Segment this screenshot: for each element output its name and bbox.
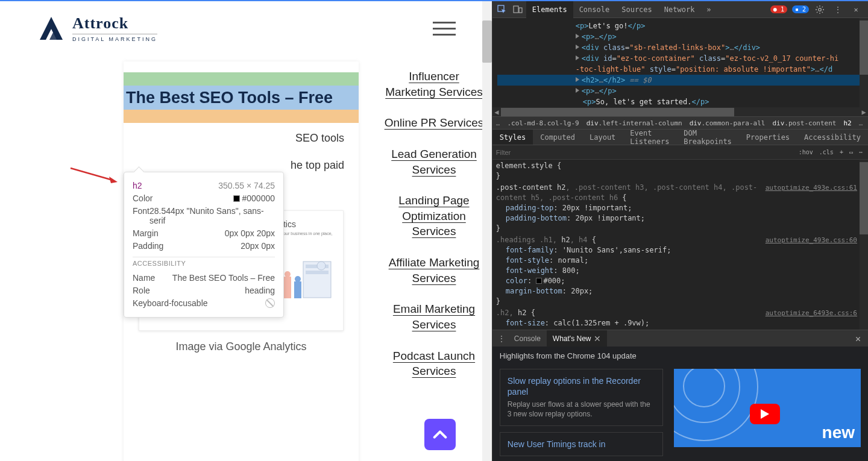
whatsnew-desc: Replay user flows at a slower speed with…	[508, 400, 655, 419]
dom-vscrollbar[interactable]	[860, 18, 868, 107]
sidebar-link-pr[interactable]: Online PR Services	[383, 115, 485, 131]
svg-rect-4	[306, 271, 329, 274]
svg-point-8	[285, 271, 291, 277]
styles-scrollbar[interactable]	[860, 160, 868, 330]
crumb-post[interactable]: div.post-content	[772, 119, 836, 127]
crumb-h2[interactable]: h2	[843, 119, 851, 127]
rule-source-link[interactable]: autoptimize_493e.css:60	[766, 235, 868, 245]
new-style-icon[interactable]: +	[838, 149, 845, 155]
svg-rect-12	[519, 8, 522, 13]
inspected-heading: The Best SEO Tools – Free	[124, 72, 359, 123]
annotation-arrow-icon	[69, 167, 118, 185]
more-vert-icon[interactable]: ⋮	[831, 2, 845, 17]
inspect-icon[interactable]	[495, 2, 509, 17]
svg-point-13	[819, 8, 822, 11]
hov-toggle[interactable]: :hov	[797, 149, 815, 155]
svg-rect-6	[284, 277, 291, 298]
svg-point-9	[295, 276, 301, 282]
tab-sources[interactable]: Sources	[615, 1, 658, 18]
styles-filter-row: :hov .cls + ▭ ⋯	[492, 145, 868, 160]
sidebar-link-email[interactable]: Email Marketing Services	[383, 301, 485, 332]
drawer-tab-console[interactable]: Console	[508, 330, 547, 347]
error-badge[interactable]: ● 1	[770, 5, 787, 13]
tab-elements[interactable]: Elements	[526, 1, 573, 18]
page-scrollbar[interactable]	[482, 1, 492, 461]
rule-source-link[interactable]: autoptimize_6493e.css:6	[766, 308, 868, 318]
drawer-tab-whatsnew[interactable]: What's New✕	[547, 330, 607, 347]
st-computed[interactable]: Computed	[533, 130, 582, 145]
hamburger-menu-icon[interactable]	[433, 22, 456, 36]
st-props[interactable]: Properties	[739, 130, 797, 145]
styles-pane[interactable]: element.style {} autoptimize_493e.css:61…	[492, 160, 868, 330]
drawer-more-icon[interactable]: ⋮	[495, 334, 508, 343]
device-toggle-icon[interactable]	[511, 2, 525, 17]
tooltip-tag: h2	[133, 181, 142, 190]
services-sidebar: Influencer Marketing Services Online PR …	[359, 61, 485, 458]
sidebar-link-podcast[interactable]: Podcast Launch Services	[383, 348, 485, 379]
drawer-tabs: ⋮ Console What's New✕ ✕	[492, 330, 868, 347]
crumb-col[interactable]: .col-md-8.col-lg-9	[507, 119, 579, 127]
svg-marker-1	[109, 177, 118, 183]
dom-tree[interactable]: <p>Let's go!</p> <p>…</p> <div class="sb…	[492, 18, 868, 107]
chrome-devtools: Elements Console Sources Network » ● 1 ▪…	[492, 1, 868, 461]
article-h2: The Best SEO Tools – Free	[126, 89, 333, 107]
whatsnew-card[interactable]: Slow replay options in the Recorder pane…	[500, 369, 663, 426]
sidebar-link-landing[interactable]: Landing Page Optimization Services	[383, 193, 485, 239]
settings-gear-icon[interactable]	[813, 2, 827, 17]
crumb-para[interactable]: div.common-para-all	[690, 119, 766, 127]
devtools-toolbar: Elements Console Sources Network » ● 1 ▪…	[492, 1, 868, 18]
tooltip-dimensions: 350.55 × 74.25	[218, 181, 275, 190]
chevron-up-icon	[432, 426, 448, 443]
scroll-to-top-button[interactable]	[424, 419, 456, 450]
not-focusable-icon	[265, 298, 275, 308]
dom-hscrollbar[interactable]: ◀▶	[492, 107, 868, 116]
brand-name: Attrock	[72, 14, 157, 33]
tabs-overflow-icon[interactable]: »	[700, 1, 717, 18]
brand-logo[interactable]: Attrock DIGITAL MARKETING	[36, 13, 157, 43]
tab-console[interactable]: Console	[573, 1, 616, 18]
whats-new-panel: Highlights from the Chrome 104 update Sl…	[492, 347, 868, 461]
svg-point-5	[317, 262, 326, 270]
st-a11y[interactable]: Accessibility	[797, 130, 868, 145]
logo-icon	[36, 13, 66, 43]
whatsnew-heading: Highlights from the Chrome 104 update	[500, 351, 861, 360]
color-swatch-icon	[233, 195, 240, 202]
rule-source-link[interactable]: autoptimize_493e.css:61	[766, 183, 868, 193]
play-icon[interactable]	[750, 404, 780, 424]
whatsnew-video[interactable]: new	[674, 369, 861, 447]
st-layout[interactable]: Layout	[582, 130, 623, 145]
whatsnew-card[interactable]: New User Timings track in	[500, 432, 663, 456]
article-text: SEO tools he top paid	[124, 123, 359, 174]
element-inspector-tooltip: h2350.55 × 74.25 Color#000000 Font28.544…	[124, 172, 284, 318]
styles-more-icon[interactable]: ⋯	[857, 149, 864, 155]
close-devtools-icon[interactable]: ✕	[849, 2, 863, 17]
image-caption: Image via Google Analytics	[124, 340, 359, 353]
st-events[interactable]: Event Listeners	[623, 130, 676, 145]
styles-tabs: Styles Computed Layout Event Listeners D…	[492, 130, 868, 145]
crumb-left[interactable]: div.left-internal-column	[587, 119, 682, 127]
svg-line-0	[71, 168, 113, 180]
st-dom-bp[interactable]: DOM Breakpoints	[676, 130, 738, 145]
drawer-close-icon[interactable]: ✕	[851, 333, 866, 344]
sidebar-link-leadgen[interactable]: Lead Generation Services	[383, 146, 485, 177]
tab-network[interactable]: Network	[658, 1, 701, 18]
sidebar-link-influencer[interactable]: Influencer Marketing Services	[383, 69, 485, 99]
page-header: Attrock DIGITAL MARKETING	[0, 1, 492, 55]
styles-filter-input[interactable]	[496, 149, 794, 156]
st-styles[interactable]: Styles	[492, 130, 533, 145]
dom-breadcrumbs[interactable]: … .col-md-8.col-lg-9 div.left-internal-c…	[492, 116, 868, 130]
close-tab-icon[interactable]: ✕	[594, 334, 601, 343]
whatsnew-link[interactable]: Slow replay options in the Recorder pane…	[508, 376, 641, 397]
svg-rect-11	[514, 6, 518, 13]
svg-rect-7	[294, 281, 301, 298]
computed-toggle-icon[interactable]: ▭	[848, 149, 855, 155]
whatsnew-link[interactable]: New User Timings track in	[508, 439, 606, 449]
info-badge[interactable]: ▪ 2	[792, 5, 809, 13]
cls-toggle[interactable]: .cls	[817, 149, 835, 155]
brand-tagline: DIGITAL MARKETING	[72, 34, 157, 42]
sidebar-link-affiliate[interactable]: Affiliate Marketing Services	[383, 255, 485, 286]
